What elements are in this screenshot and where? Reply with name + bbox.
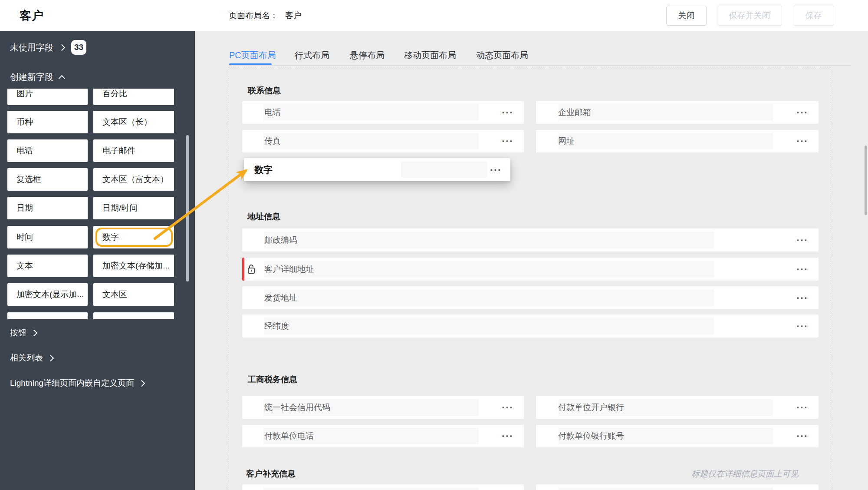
sidebar: 未使用字段 33 创建新字段 图片 百分比 币种 文本区（长） 电话 电子邮件 … <box>0 31 195 490</box>
more-button[interactable]: ··· <box>796 405 808 410</box>
field-card-lat-lng[interactable]: 经纬度 ··· <box>242 315 819 338</box>
section-title-supplementary: 客户补充信息 <box>246 468 296 480</box>
field-type-button-percent[interactable]: 百分比 <box>93 89 174 105</box>
create-field-label: 创建新字段 <box>10 71 53 83</box>
sidebar-item-buttons[interactable]: 按钮 <box>10 327 36 338</box>
create-field-toggle[interactable]: 创建新字段 <box>10 71 64 83</box>
layout-name-value: 客户 <box>285 10 302 21</box>
required-indicator <box>242 258 244 281</box>
field-label: 统一社会信用代码 <box>264 402 330 413</box>
field-label: 企业邮箱 <box>558 107 591 118</box>
field-type-button-encrypted-shown[interactable]: 加密文本(显示加... <box>7 283 88 306</box>
field-label: 传真 <box>264 136 281 147</box>
field-type-button-text[interactable]: 文本 <box>7 255 88 277</box>
lock-icon <box>247 264 256 275</box>
tab-pc-layout[interactable]: PC页面布局 <box>229 50 276 61</box>
close-button[interactable]: 关闭 <box>666 6 707 26</box>
more-button[interactable]: ··· <box>796 296 808 300</box>
header: 客户 页面布局名： 客户 关闭 保存并关闭 保存 <box>0 0 868 31</box>
section-title-address: 地址信息 <box>247 211 280 222</box>
chevron-right-icon <box>47 354 54 361</box>
tab-dynamic-layout[interactable]: 动态页面布局 <box>476 50 528 61</box>
field-type-button-date[interactable]: 日期 <box>7 197 88 219</box>
more-button[interactable]: ··· <box>490 168 502 172</box>
field-type-list: 图片 百分比 币种 文本区（长） 电话 电子邮件 复选框 文本区（富文本） 日期… <box>0 89 195 319</box>
field-card[interactable] <box>242 484 524 490</box>
field-label: 电话 <box>264 107 281 118</box>
chevron-right-icon <box>59 44 66 51</box>
more-button[interactable]: ··· <box>502 434 513 438</box>
chevron-right-icon <box>138 380 145 387</box>
more-button[interactable]: ··· <box>796 434 808 438</box>
field-type-button-time[interactable]: 时间 <box>7 226 88 248</box>
tab-row-layout[interactable]: 行式布局 <box>295 50 329 61</box>
field-type-button-richtext[interactable]: 文本区（富文本） <box>93 168 174 191</box>
field-card-customer-address[interactable]: 客户详细地址 ··· <box>242 258 819 281</box>
field-card[interactable] <box>536 484 819 490</box>
tab-hover-layout[interactable]: 悬停布局 <box>350 50 385 61</box>
field-card-shipping-address[interactable]: 发货地址 ··· <box>242 286 819 309</box>
section-note: 标题仅在详细信息页面上可见 <box>608 468 799 480</box>
window-scrollbar[interactable] <box>865 146 867 215</box>
sidebar-item-related-lists[interactable]: 相关列表 <box>10 352 53 364</box>
more-button[interactable]: ··· <box>796 139 808 143</box>
field-type-button-textarea[interactable]: 文本区 <box>93 283 174 306</box>
field-type-button-textarea-long[interactable]: 文本区（长） <box>93 111 174 133</box>
field-type-button-datetime[interactable]: 日期/时间 <box>93 197 174 219</box>
more-button[interactable]: ··· <box>502 110 513 115</box>
more-button[interactable]: ··· <box>796 324 808 328</box>
field-card-dragging-number[interactable]: 数字 ··· <box>244 158 510 181</box>
active-tab-underline <box>229 63 272 65</box>
field-label: 邮政编码 <box>264 235 297 246</box>
layout-name: 页面布局名： 客户 <box>229 10 302 21</box>
tabs-divider <box>229 65 851 66</box>
section-title-contact: 联系信息 <box>248 85 281 96</box>
field-card-payer-account[interactable]: 付款单位银行账号 ··· <box>536 425 819 447</box>
unused-fields-toggle[interactable]: 未使用字段 33 <box>10 40 86 55</box>
field-label: 数字 <box>254 164 273 176</box>
field-label: 经纬度 <box>264 321 289 332</box>
field-label: 发货地址 <box>264 292 297 304</box>
field-label: 客户详细地址 <box>264 264 314 275</box>
layout-name-label: 页面布局名： <box>229 10 278 21</box>
page-title: 客户 <box>20 8 44 23</box>
field-card-payer-phone[interactable]: 付款单位电话 ··· <box>242 425 524 447</box>
tab-mobile-layout[interactable]: 移动页面布局 <box>404 50 456 61</box>
field-card-credit-code[interactable]: 统一社会信用代码 ··· <box>242 396 524 419</box>
unused-fields-count-badge: 33 <box>71 40 86 55</box>
field-card-company-email[interactable]: 企业邮箱 ··· <box>536 101 819 124</box>
field-card-phone[interactable]: 电话 ··· <box>242 101 524 124</box>
field-type-button-email[interactable]: 电子邮件 <box>93 139 174 162</box>
field-card-website[interactable]: 网址 ··· <box>536 130 819 152</box>
field-card-postal-code[interactable]: 邮政编码 ··· <box>242 228 819 252</box>
chevron-right-icon <box>31 329 38 336</box>
more-button[interactable]: ··· <box>796 110 808 115</box>
field-label: 付款单位银行账号 <box>558 430 624 442</box>
chevron-up-icon <box>59 75 66 82</box>
field-type-button-phone[interactable]: 电话 <box>7 139 88 162</box>
field-card-fax[interactable]: 传真 ··· <box>242 130 524 152</box>
field-type-button[interactable] <box>7 312 88 319</box>
field-type-button-image[interactable]: 图片 <box>7 89 88 105</box>
sidebar-item-lightning-custom-page[interactable]: Lightning详细页面内嵌自定义页面 <box>10 377 144 389</box>
unused-fields-label: 未使用字段 <box>10 42 53 53</box>
sidebar-scrollbar[interactable] <box>186 135 189 281</box>
more-button[interactable]: ··· <box>796 238 808 242</box>
more-button[interactable]: ··· <box>502 405 513 410</box>
field-label: 网址 <box>558 136 575 147</box>
field-type-button-checkbox[interactable]: 复选框 <box>7 168 88 191</box>
more-button[interactable]: ··· <box>796 267 808 271</box>
more-button[interactable]: ··· <box>502 139 513 143</box>
field-type-button[interactable] <box>93 312 174 319</box>
page-layout-editor: 客户 页面布局名： 客户 关闭 保存并关闭 保存 未使用字段 33 创建新字段 … <box>0 0 868 490</box>
drag-source-highlight <box>95 228 173 247</box>
field-type-button-currency[interactable]: 币种 <box>7 111 88 133</box>
field-card-payer-bank[interactable]: 付款单位开户银行 ··· <box>536 396 819 419</box>
save-button[interactable]: 保存 <box>793 6 834 26</box>
field-label: 付款单位电话 <box>264 430 314 442</box>
section-title-tax: 工商税务信息 <box>248 374 297 385</box>
field-type-button-encrypted-stored[interactable]: 加密文本(存储加... <box>93 255 174 277</box>
field-label: 付款单位开户银行 <box>558 402 624 413</box>
save-and-close-button[interactable]: 保存并关闭 <box>717 6 782 26</box>
